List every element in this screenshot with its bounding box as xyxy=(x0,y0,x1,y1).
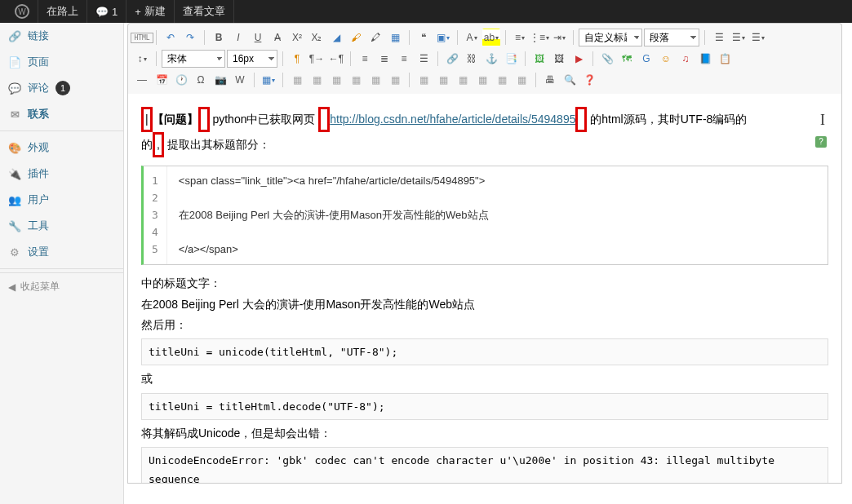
help-badge-icon[interactable]: ? xyxy=(815,136,827,148)
word-button[interactable]: W xyxy=(231,71,249,89)
admin-bar: W 在路上 💬 1 + 新建 查看文章 xyxy=(0,0,852,23)
special-char-button[interactable]: Ω xyxy=(192,71,210,89)
problem-text3-pre: 的 xyxy=(141,138,153,151)
wp-logo-menu[interactable]: W xyxy=(7,0,38,23)
attachment-button[interactable]: 📎 xyxy=(598,50,616,68)
subscript-button[interactable]: X₂ xyxy=(308,29,326,46)
snapshot-button[interactable]: 📷 xyxy=(211,71,229,89)
ltr-button[interactable]: ¶→ xyxy=(308,50,326,68)
link-icon: 🔗 xyxy=(8,29,21,42)
split-cells-button[interactable]: ▦ xyxy=(308,71,326,89)
problem-url-link[interactable]: http://blog.csdn.net/hfahe/article/detai… xyxy=(330,113,575,126)
bold-button[interactable]: B xyxy=(210,29,228,46)
new-label: 新建 xyxy=(144,4,166,19)
sidebar-item-users[interactable]: 👥 用户 xyxy=(0,187,123,213)
cell1-button[interactable]: ▦ xyxy=(415,71,433,89)
superscript-button[interactable]: X² xyxy=(288,29,306,46)
editor-content[interactable]: I ? |【问题】 python中已获取网页 http://blog.csdn.… xyxy=(127,94,842,484)
sidebar-item-pages[interactable]: 📄 页面 xyxy=(0,49,123,75)
layout2-button[interactable]: ☰▾ xyxy=(730,29,748,46)
hr-button[interactable]: — xyxy=(133,71,151,89)
emoji-button[interactable]: ☺ xyxy=(657,50,675,68)
strikethrough-button[interactable]: A̶ xyxy=(268,29,286,46)
align-center-button[interactable]: ≣ xyxy=(375,50,393,68)
print-button[interactable]: 🖶 xyxy=(541,71,559,89)
text-cursor-icon: I xyxy=(820,107,825,133)
link-button[interactable]: 🔗 xyxy=(443,50,461,68)
bookmark-button[interactable]: 📑 xyxy=(502,50,520,68)
bg-color-button[interactable]: ab▾ xyxy=(482,29,500,46)
map-button[interactable]: 🗺 xyxy=(618,50,636,68)
image-button[interactable]: 🖼 xyxy=(530,50,548,68)
collapse-menu[interactable]: ◀ 收起菜单 xyxy=(0,272,123,300)
unordered-list-button[interactable]: ⋮≡▾ xyxy=(530,29,548,46)
time-button[interactable]: 🕐 xyxy=(172,71,190,89)
cell4-button[interactable]: ▦ xyxy=(473,71,491,89)
template-button[interactable]: 📋 xyxy=(716,50,734,68)
insert-row-button[interactable]: ▦ xyxy=(327,71,345,89)
sidebar-item-tools[interactable]: 🔧 工具 xyxy=(0,213,123,239)
indent-button[interactable]: ⇥▾ xyxy=(550,29,568,46)
cell6-button[interactable]: ▦ xyxy=(513,71,530,89)
layout3-button[interactable]: ☰▾ xyxy=(749,29,767,46)
cell5-button[interactable]: ▦ xyxy=(493,71,511,89)
date-button[interactable]: 📅 xyxy=(153,71,171,89)
code-inline-1: titleUni = unicode(titleHtml, "UTF-8"); xyxy=(141,338,828,365)
ordered-list-button[interactable]: ≡▾ xyxy=(511,29,529,46)
underline-button[interactable]: U xyxy=(249,29,267,46)
sidebar-item-comments[interactable]: 💬 评论 1 xyxy=(0,75,123,101)
layout1-button[interactable]: ☰ xyxy=(710,29,728,46)
code-button[interactable]: ▣▾ xyxy=(434,29,452,46)
align-right-button[interactable]: ≡ xyxy=(395,50,413,68)
font-family-select[interactable]: 宋体 xyxy=(162,50,225,68)
pilcrow-button[interactable]: ¶ xyxy=(288,50,306,68)
site-name[interactable]: 在路上 xyxy=(38,0,87,23)
code-line: <span class="link_title"><a href="/hfahe… xyxy=(179,173,489,190)
unlink-button[interactable]: ⛓ xyxy=(463,50,481,68)
help-button[interactable]: ❓ xyxy=(580,71,598,89)
cell2-button[interactable]: ▦ xyxy=(434,71,452,89)
multi-image-button[interactable]: 🖼 xyxy=(550,50,568,68)
insert-col-button[interactable]: ▦ xyxy=(347,71,365,89)
align-justify-button[interactable]: ☰ xyxy=(415,50,433,68)
html-source-button[interactable]: HTML xyxy=(133,29,151,46)
doc-button[interactable]: 📘 xyxy=(696,50,714,68)
paragraph-select[interactable]: 段落 xyxy=(644,29,699,46)
search-button[interactable]: 🔍 xyxy=(561,71,579,89)
format-painter-button[interactable]: 🖍 xyxy=(366,29,384,46)
font-color-button[interactable]: A▾ xyxy=(463,29,481,46)
undo-button[interactable]: ↶ xyxy=(162,29,180,46)
clear-format-button[interactable]: ◢ xyxy=(327,29,345,46)
italic-button[interactable]: I xyxy=(229,29,247,46)
delete-row-button[interactable]: ▦ xyxy=(366,71,384,89)
select-all-button[interactable]: ▦ xyxy=(386,29,404,46)
text-after-code: 中的标题文字： xyxy=(141,273,828,294)
table-button[interactable]: ▦▾ xyxy=(260,71,277,89)
anchor-button[interactable]: ⚓ xyxy=(482,50,500,68)
sidebar-item-contact[interactable]: ✉ 联系 xyxy=(0,101,123,127)
code-gutter: 12345 xyxy=(144,166,167,264)
redo-button[interactable]: ↷ xyxy=(181,29,199,46)
rtl-button[interactable]: ←¶ xyxy=(327,50,345,68)
align-left-button[interactable]: ≡ xyxy=(356,50,374,68)
view-post[interactable]: 查看文章 xyxy=(175,0,234,23)
font-size-select[interactable]: 16px xyxy=(227,50,277,68)
merge-cells-button[interactable]: ▦ xyxy=(288,71,306,89)
new-content-menu[interactable]: + 新建 xyxy=(126,0,175,23)
sidebar-item-links[interactable]: 🔗 链接 xyxy=(0,23,123,49)
cell3-button[interactable]: ▦ xyxy=(454,71,472,89)
sidebar-item-appearance[interactable]: 🎨 外观 xyxy=(0,135,123,161)
music-button[interactable]: ♫ xyxy=(677,50,694,68)
sidebar-item-settings[interactable]: ⚙ 设置 xyxy=(0,239,123,265)
gmap-button[interactable]: G xyxy=(637,50,655,68)
problem-text3: 提取出其标题部分： xyxy=(167,138,270,151)
heading-select[interactable]: 自定义标题 xyxy=(579,29,642,46)
quote-button[interactable]: ❝ xyxy=(415,29,433,46)
comments-menu[interactable]: 💬 1 xyxy=(87,0,126,23)
line-height-button[interactable]: ↕▾ xyxy=(133,50,151,68)
video-button[interactable]: ▶ xyxy=(570,50,588,68)
sidebar-item-plugins[interactable]: 🔌 插件 xyxy=(0,161,123,187)
sidebar-label: 设置 xyxy=(28,245,49,259)
delete-col-button[interactable]: ▦ xyxy=(386,71,404,89)
brush-button[interactable]: 🖌 xyxy=(347,29,365,46)
